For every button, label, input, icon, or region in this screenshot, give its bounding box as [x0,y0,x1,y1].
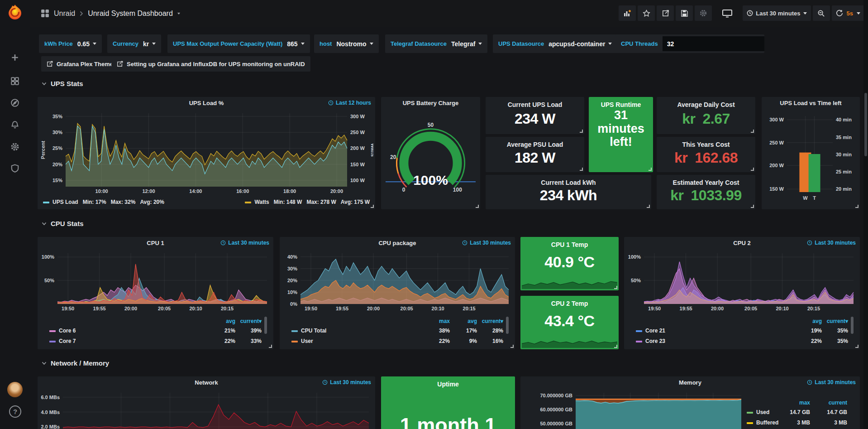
panel-title[interactable]: Current UPS Load [486,101,584,108]
create-plus-icon[interactable] [0,48,30,67]
panel-title[interactable]: CPU 1 Temp [520,241,619,248]
legend-scrollbar[interactable] [264,317,267,334]
resize-handle[interactable] [614,286,617,289]
refresh-button[interactable]: 5s [832,5,864,21]
panel-time-badge[interactable]: Last 30 minutes [322,379,371,386]
scrollbar-thumb[interactable] [864,93,867,156]
section-network-memory[interactable]: Network / Memory [42,359,109,367]
legend-scrollbar[interactable] [851,317,854,334]
panel-time-badge[interactable]: Last 30 minutes [807,240,856,246]
resize-handle[interactable] [855,345,858,348]
cpu-package-chart[interactable]: 0%10%20%30%40%19:5019:5520:0020:0520:102… [281,251,513,312]
panel-title[interactable]: UPS Runtime [589,101,653,108]
legend-col-avg[interactable]: avg [796,317,822,326]
star-dashboard-button[interactable] [638,5,655,21]
ups-load-vs-time-chart[interactable]: WT150 W200 W250 W300 W20 min25 min30 min… [763,110,858,205]
legend-col-avg[interactable]: avg [209,317,235,326]
panel-time-badge[interactable]: Last 12 hours [328,100,371,106]
panel-time-badge[interactable]: Last 30 minutes [462,240,511,246]
dashboard-caret-icon[interactable] [177,13,180,14]
cpu-threads-input[interactable] [663,36,764,51]
network-chart[interactable]: 2.0 MBs4.0 MBs6.0 MBs [39,390,373,429]
panel-time-badge[interactable]: Last 30 minutes [220,240,269,246]
legend-series-name[interactable]: Core 23 [645,338,665,344]
variable-host[interactable]: host Nostromo [314,34,379,53]
help-icon[interactable]: ? [9,405,21,418]
variable-kwh-price[interactable]: kWh Price 0.65 [39,34,102,53]
panel-title[interactable]: Average PSU Load [486,141,584,148]
resize-handle[interactable] [647,205,650,208]
resize-handle[interactable] [751,205,754,208]
user-avatar[interactable] [7,382,23,397]
legend-col-max[interactable]: max [777,398,810,407]
cycle-view-mode-button[interactable] [718,5,736,21]
apps-grid-icon[interactable] [41,9,49,18]
cpu2-chart[interactable]: 50%100%19:5019:5520:0020:0520:1020:15 [626,251,858,312]
legend-series-name[interactable]: Buffered [756,419,778,426]
resize-handle[interactable] [751,168,754,171]
add-panel-button[interactable] [619,5,636,21]
variable-value[interactable]: kr [143,40,149,48]
variable-ups-max-output[interactable]: UPS Max Output Power Capacity (Watt) 865 [167,34,310,53]
legend-col-avg[interactable]: avg [451,317,477,326]
legend-col-current[interactable]: current▾ [822,317,848,326]
legend-series-name[interactable]: UPS Load [52,199,78,205]
link-grafana-plex-theme[interactable]: Grafana Plex Theme [41,56,119,72]
configuration-gear-icon[interactable] [0,137,30,157]
resize-handle[interactable] [580,168,583,171]
variable-value[interactable]: 0.65 [77,40,90,48]
page-scrollbar[interactable] [863,0,868,429]
variable-value[interactable]: apcupsd-container [548,40,605,48]
panel-title[interactable]: Average Daily Cost [657,101,755,108]
panel-title[interactable]: UPS Load % [38,97,375,109]
save-dashboard-button[interactable] [676,5,693,21]
legend-series-name[interactable]: Core 7 [59,338,76,344]
resize-handle[interactable] [751,130,754,133]
legend-col-max[interactable]: max [424,317,450,326]
legend-series-name[interactable]: Watts [254,199,269,205]
variable-value[interactable]: Telegraf [451,40,475,48]
panel-time-badge[interactable]: Last 30 minutes [807,379,856,386]
resize-handle[interactable] [371,205,374,208]
legend-series-name[interactable]: User [301,338,313,344]
legend-col-current[interactable]: current▾ [477,317,503,326]
panel-title[interactable]: Estimated Yearly Cost [657,179,755,186]
time-range-picker[interactable]: Last 30 minutes [743,5,811,21]
legend-series-name[interactable]: CPU Total [301,328,326,334]
section-ups-stats[interactable]: UPS Stats [42,80,83,87]
grafana-logo-icon[interactable] [6,4,24,22]
panel-title[interactable]: UPS Battery Charge [381,97,480,109]
panel-title[interactable]: CPU 2 Temp [520,300,619,307]
section-cpu-stats[interactable]: CPU Stats [42,220,84,227]
variable-currency[interactable]: Currency kr [107,34,161,53]
legend-col-current[interactable]: current▾ [235,317,262,326]
variable-ups-datasource[interactable]: UPS Datasource apcupsd-container [493,34,617,53]
resize-handle[interactable] [855,205,858,208]
explore-compass-icon[interactable] [0,93,30,113]
panel-title[interactable]: UPS Load vs Time left [762,97,860,109]
variable-value[interactable]: 865 [287,40,297,48]
variable-value[interactable]: Nostromo [336,40,366,48]
resize-handle[interactable] [510,345,514,348]
share-dashboard-button[interactable] [657,5,674,21]
zoom-out-time-button[interactable] [813,5,830,21]
resize-handle[interactable] [614,345,617,348]
dashboard-settings-button[interactable] [695,5,712,21]
panel-title[interactable]: Current Load kWh [486,179,651,186]
ups-load-chart[interactable]: 15%20%25%30%35%100 W150 W200 W250 W300 W… [39,110,373,196]
legend-series-name[interactable]: Used [756,409,769,415]
legend-col-current[interactable]: current [814,398,847,407]
panel-title[interactable]: This Years Cost [657,141,755,148]
refresh-interval-label[interactable]: 5s [847,10,853,17]
cpu1-chart[interactable]: 50%100%19:5019:5520:0020:0520:1020:15 [39,251,272,312]
resize-handle[interactable] [269,345,272,348]
variable-telegraf-datasource[interactable]: Telegraf Datasource Telegraf [385,34,487,53]
legend-series-name[interactable]: Core 6 [59,328,76,334]
resize-handle[interactable] [476,205,479,208]
legend-series-name[interactable]: Core 21 [645,328,665,334]
ups-battery-gauge[interactable]: 02050100100% [383,109,478,207]
dashboard-title[interactable]: Unraid System Dashboard [88,10,173,18]
resize-handle[interactable] [649,168,652,171]
refresh-caret-icon[interactable] [857,12,860,14]
server-admin-shield-icon[interactable] [0,159,30,178]
